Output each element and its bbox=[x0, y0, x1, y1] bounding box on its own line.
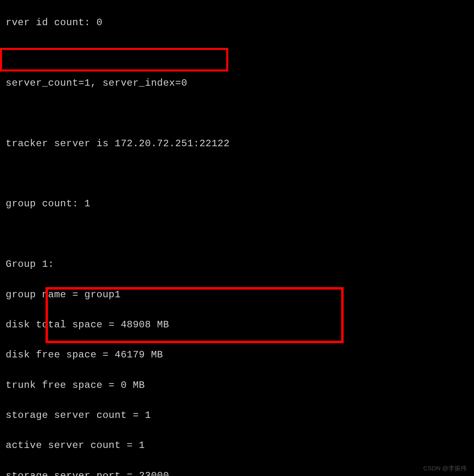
output-line: rver id count: 0 bbox=[6, 15, 474, 30]
output-line: disk total space = 48908 MB bbox=[6, 317, 474, 332]
output-line: group count: 1 bbox=[6, 196, 474, 211]
blank-line bbox=[6, 227, 474, 242]
group-header-line: Group 1: bbox=[6, 257, 474, 272]
blank-line bbox=[6, 166, 474, 181]
terminal-output: rver id count: 0 server_count=1, server_… bbox=[0, 0, 474, 476]
blank-line bbox=[6, 45, 474, 61]
output-line: trunk free space = 0 MB bbox=[6, 378, 474, 393]
output-line: storage server port = 23000 bbox=[6, 468, 474, 476]
watermark-text: CSDN @李振伟 bbox=[423, 463, 467, 473]
output-line: storage server count = 1 bbox=[6, 408, 474, 423]
output-line: server_count=1, server_index=0 bbox=[6, 76, 474, 91]
blank-line bbox=[6, 106, 474, 121]
output-line: group name = group1 bbox=[6, 287, 474, 302]
output-line: disk free space = 46179 MB bbox=[6, 347, 474, 362]
output-line: active server count = 1 bbox=[6, 438, 474, 453]
tracker-server-line: tracker server is 172.20.72.251:22122 bbox=[6, 136, 474, 151]
